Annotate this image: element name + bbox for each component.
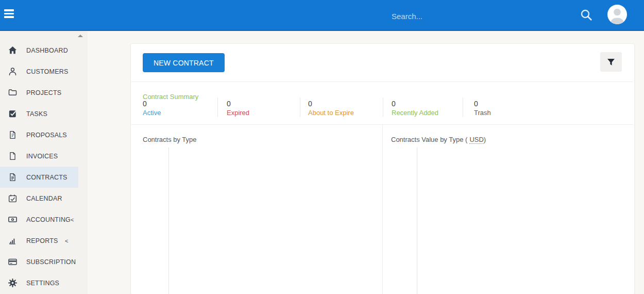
title-text: ) — [484, 136, 486, 143]
sidebar-item-label: CALENDAR — [26, 195, 62, 202]
sidebar-item-invoices[interactable]: INVOICES — [0, 145, 88, 167]
banknote-icon — [7, 215, 18, 225]
stat-trash: 0 Trash — [474, 100, 491, 117]
stat-value: 0 — [474, 100, 491, 108]
contract-document-icon — [7, 172, 18, 183]
customers-icon — [7, 67, 18, 77]
sidebar-item-label: ACCOUNTING — [26, 216, 71, 223]
scroll-up-arrow-icon[interactable] — [78, 35, 83, 37]
filter-button[interactable] — [600, 52, 622, 72]
stat-expired: 0 Expired — [227, 100, 249, 117]
calendar-icon — [7, 193, 18, 204]
new-contract-button[interactable]: NEW CONTRACT — [143, 53, 225, 72]
credit-card-icon — [7, 257, 18, 267]
sidebar-item-label: REPORTS — [26, 237, 58, 244]
sidebar-item-customers[interactable]: CUSTOMERS — [0, 61, 88, 82]
sidebar-item-subscription[interactable]: SUBSCRIPTION — [0, 251, 88, 272]
stat-about-to-expire: 0 About to Expire — [308, 100, 354, 117]
sidebar-item-settings[interactable]: SETTINGS — [0, 272, 88, 293]
stat-recently-added: 0 Recently Added — [392, 100, 438, 117]
gear-icon — [7, 278, 18, 288]
sidebar-item-label: DASHBOARD — [26, 47, 68, 54]
stat-label-expired[interactable]: Expired — [227, 109, 249, 117]
sidebar-item-contracts[interactable]: CONTRACTS — [0, 167, 78, 188]
stat-label-recently-added[interactable]: Recently Added — [392, 109, 438, 117]
sidebar-item-projects[interactable]: PROJECTS — [0, 82, 88, 103]
sidebar-item-label: PROJECTS — [26, 89, 61, 96]
contracts-value-by-type-title: Contracts Value by Type (USD) — [391, 136, 486, 143]
divider — [383, 97, 383, 117]
folder-icon — [7, 88, 18, 98]
user-avatar[interactable] — [607, 5, 627, 24]
right-chart-y-axis — [417, 148, 417, 294]
divider — [217, 97, 218, 117]
sidebar-item-dashboard[interactable]: DASHBOARD — [0, 40, 88, 61]
stat-value: 0 — [227, 100, 249, 108]
sidebar-item-label: INVOICES — [26, 153, 58, 160]
sidebar-item-label: PROPOSALS — [26, 132, 67, 139]
sidebar-item-reports[interactable]: REPORTS < — [0, 230, 88, 251]
proposal-document-icon: P — [7, 130, 18, 140]
chart-column-divider — [382, 125, 383, 294]
search-input[interactable] — [391, 8, 563, 24]
divider — [131, 81, 633, 82]
contracts-panel: NEW CONTRACT Contract Summary 0 Active 0… — [130, 43, 635, 294]
left-chart-y-axis — [168, 148, 169, 294]
invoice-document-icon — [7, 151, 18, 161]
currency-code[interactable]: USD — [469, 136, 483, 144]
sidebar-item-label: TASKS — [26, 110, 47, 118]
bar-chart-icon — [7, 236, 18, 246]
stat-label-about-to-expire[interactable]: About to Expire — [308, 109, 354, 117]
home-icon — [7, 45, 18, 56]
stat-label-active[interactable]: Active — [143, 109, 161, 117]
sidebar-item-tasks[interactable]: TASKS — [0, 103, 88, 124]
title-text: Contracts Value by Type ( — [391, 136, 467, 143]
sidebar-item-proposals[interactable]: P PROPOSALS — [0, 124, 88, 145]
divider — [463, 97, 463, 117]
menu-toggle-icon[interactable] — [4, 9, 14, 21]
sidebar-item-label: SETTINGS — [26, 280, 59, 287]
svg-text:P: P — [11, 133, 14, 138]
tasks-checkbox-icon — [7, 109, 18, 119]
sidebar: DASHBOARD CUSTOMERS PROJECTS TASKS P PRO… — [0, 31, 88, 294]
stat-value: 0 — [308, 100, 354, 108]
filter-funnel-icon — [607, 58, 615, 66]
sidebar-item-label: CONTRACTS — [26, 174, 67, 181]
stat-label-trash[interactable]: Trash — [474, 109, 491, 117]
top-navbar — [0, 0, 644, 31]
stat-value: 0 — [143, 100, 161, 108]
search-icon[interactable] — [578, 7, 595, 24]
sidebar-item-label: CUSTOMERS — [26, 68, 68, 75]
person-silhouette-icon — [607, 5, 627, 24]
chevron-left-icon: < — [71, 217, 74, 223]
contracts-by-type-title: Contracts by Type — [143, 136, 197, 143]
sidebar-item-calendar[interactable]: CALENDAR — [0, 188, 88, 209]
chevron-left-icon: < — [65, 238, 68, 244]
sidebar-item-label: SUBSCRIPTION — [26, 258, 76, 266]
sidebar-item-accounting[interactable]: ACCOUNTING< — [0, 209, 88, 230]
divider — [300, 97, 300, 117]
stat-active: 0 Active — [143, 100, 161, 117]
stat-value: 0 — [392, 100, 438, 108]
